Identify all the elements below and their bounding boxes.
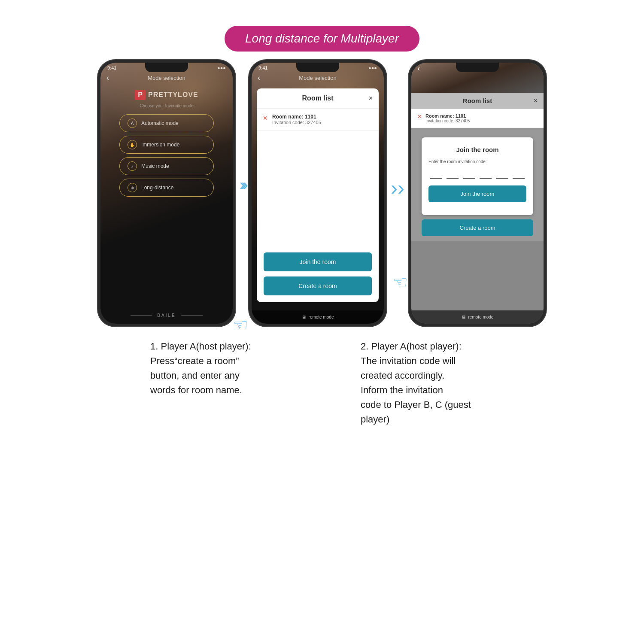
desc-text-right: 2. Player A(host player):The invitation …	[361, 339, 631, 427]
description-left: 1. Player A(host player):Press“create a …	[150, 339, 343, 427]
baile-label: BAILE	[157, 313, 176, 318]
phone3-back-arrow[interactable]: ‹	[417, 64, 420, 73]
phone3-room-list-title: Room list	[463, 97, 492, 104]
phone3-x-icon: ✕	[417, 113, 422, 120]
room-item-x-icon: ✕	[263, 115, 268, 122]
phone1-frame: 9:41 ●●● ‹ Mode selection P PRETTYLOVE C…	[98, 60, 235, 326]
music-mode-icon: ♪	[128, 161, 137, 171]
mode-button-immersion[interactable]: ✋ Immersion mode	[119, 136, 214, 154]
phone3-gray-area: Join the room Enter the room invitation …	[411, 128, 544, 241]
arrow1: ›››	[235, 176, 249, 194]
double-arrow-icon: ›››	[240, 176, 245, 194]
phone1-header: ‹ Mode selection	[100, 73, 233, 83]
logo-letter: P	[135, 90, 146, 100]
room-item-info: Room name: 1101 Invitation code: 327405	[272, 114, 373, 125]
single-arrow-icon: ››	[391, 176, 404, 200]
mode-button-auto[interactable]: A Automatic mode	[119, 114, 214, 132]
remote-mode-label: remote mode	[309, 315, 334, 319]
room-item-name: Room name: 1101	[272, 114, 373, 120]
code-dash-4	[480, 168, 492, 179]
phones-area: 9:41 ●●● ‹ Mode selection P PRETTYLOVE C…	[13, 60, 631, 326]
arrow2: ››	[386, 176, 409, 200]
phone3-frame: ‹ Mode selection Room list × ✕ Room name…	[409, 60, 546, 326]
join-dialog-title: Join the room	[428, 146, 526, 153]
p2-status-icons: ●●●	[368, 65, 377, 70]
phone3-background: ‹ Mode selection Room list × ✕ Room name…	[411, 63, 544, 324]
room-list-buttons: Join the room Create a room	[257, 246, 379, 302]
phone3-create-btn-area: Create a room	[422, 219, 533, 236]
room-list-close-btn[interactable]: ×	[369, 94, 373, 102]
phone2-notch	[296, 63, 339, 72]
p2-status-time: 9:41	[258, 65, 267, 70]
phone3-remote-icon: 🖥	[462, 315, 466, 319]
phone3-join-button[interactable]: Join the room	[428, 185, 526, 202]
phone3-room-list-header: Room list ×	[411, 93, 544, 109]
phone1-footer: BAILE	[100, 313, 233, 318]
room-list-overlay: Room list × ✕ Room name: 1101 Invitation…	[257, 88, 379, 302]
code-dash-6	[513, 168, 525, 179]
room-item-code: Invitation code: 327405	[272, 120, 373, 125]
immersion-mode-label: Immersion mode	[141, 142, 179, 148]
phone1-notch	[145, 63, 188, 72]
create-room-button[interactable]: Create a room	[264, 276, 372, 295]
phone1-screen: 9:41 ●●● ‹ Mode selection P PRETTYLOVE C…	[100, 63, 233, 324]
logo-badge: P PRETTYLOVE	[135, 90, 198, 100]
phone2-back-arrow[interactable]: ‹	[258, 73, 260, 82]
phone1-background: 9:41 ●●● ‹ Mode selection P PRETTYLOVE C…	[100, 63, 233, 324]
phone1-wrapper: 9:41 ●●● ‹ Mode selection P PRETTYLOVE C…	[98, 60, 235, 326]
description-right: 2. Player A(host player):The invitation …	[361, 339, 631, 427]
status-icons: ●●●	[217, 65, 226, 70]
back-arrow-icon[interactable]: ‹	[106, 73, 109, 82]
room-item[interactable]: ✕ Room name: 1101 Invitation code: 32740…	[257, 109, 379, 131]
header-title: Long distance for Multiplayer	[245, 32, 399, 45]
mode-button-longdistance[interactable]: ⊕ Long-distance	[119, 179, 214, 197]
code-dash-2	[447, 168, 459, 179]
code-dash-1	[430, 168, 442, 179]
choose-text: Choose your favourite mode	[100, 103, 233, 108]
phone2-frame: 9:41 ●●● ‹ Mode selection Room list ×	[249, 60, 386, 326]
join-dialog-label: Enter the room invitation code:	[428, 159, 526, 164]
phone2-wrapper: 9:41 ●●● ‹ Mode selection Room list ×	[249, 60, 386, 326]
phone3-remote-mode-bar: 🖥 remote mode	[411, 310, 544, 324]
brand-logo: P PRETTYLOVE	[100, 90, 233, 100]
phone3-screen: ‹ Mode selection Room list × ✕ Room name…	[411, 63, 544, 324]
code-input-row	[428, 168, 526, 179]
room-list-spacer	[257, 131, 379, 246]
phone3-notch	[456, 63, 499, 72]
brand-name: PRETTYLOVE	[148, 91, 198, 99]
phone3-room-info: Room name: 1101 Invitation code: 327405	[425, 113, 470, 123]
code-dash-3	[463, 168, 475, 179]
descriptions-area: 1. Player A(host player):Press“create a …	[13, 339, 631, 427]
desc-text-left: 1. Player A(host player):Press“create a …	[150, 339, 343, 398]
longdistance-mode-icon: ⊕	[128, 183, 137, 192]
status-time: 9:41	[107, 65, 116, 70]
phone2-remote-mode-bar: 🖥 remote mode	[252, 310, 384, 324]
phone3-create-button[interactable]: Create a room	[422, 219, 533, 236]
phone1-title: Mode selection	[148, 75, 185, 81]
header-pill: Long distance for Multiplayer	[225, 26, 419, 52]
phone3-invitation-code: Invitation code: 327405	[425, 118, 470, 123]
finger-cursor-2: ☞	[392, 272, 408, 292]
phone3-close-btn[interactable]: ×	[534, 97, 538, 105]
join-dialog: Join the room Enter the room invitation …	[422, 137, 533, 215]
phone2-header: ‹ Mode selection	[252, 73, 384, 83]
immersion-mode-icon: ✋	[128, 140, 137, 149]
room-list-title: Room list	[302, 94, 334, 102]
phone3-room-name: Room name: 1101	[425, 113, 470, 118]
room-list-header: Room list ×	[257, 88, 379, 109]
remote-mode-icon: 🖥	[302, 315, 306, 319]
phone2-screen: 9:41 ●●● ‹ Mode selection Room list ×	[252, 63, 384, 324]
phone3-remote-label: remote mode	[468, 315, 494, 319]
music-mode-label: Music mode	[141, 163, 169, 169]
mode-button-music[interactable]: ♪ Music mode	[119, 157, 214, 175]
phone3-room-item[interactable]: ✕ Room name: 1101 Invitation code: 32740…	[411, 109, 544, 128]
auto-mode-icon: A	[128, 118, 137, 128]
finger-cursor-1: ☞	[233, 315, 248, 335]
auto-mode-label: Automatic mode	[141, 120, 179, 126]
longdistance-mode-label: Long-distance	[141, 185, 173, 191]
join-room-button[interactable]: Join the room	[264, 252, 372, 271]
phone2-background: 9:41 ●●● ‹ Mode selection Room list ×	[252, 63, 384, 324]
code-dash-5	[496, 168, 508, 179]
phone3-wrapper: ‹ Mode selection Room list × ✕ Room name…	[409, 60, 546, 326]
phone2-title: Mode selection	[299, 75, 336, 81]
